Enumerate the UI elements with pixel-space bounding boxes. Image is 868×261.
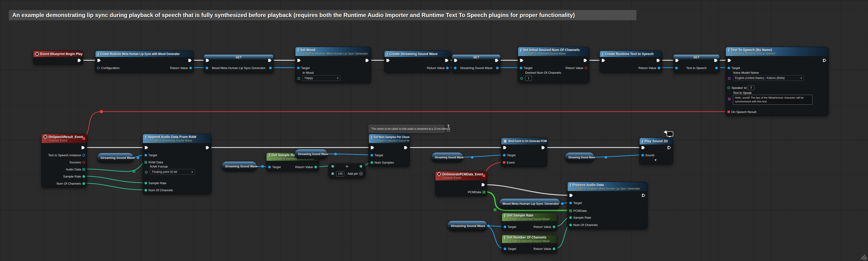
node-divide[interactable]: ÷ 100 Add pin + bbox=[328, 163, 365, 178]
sample-rate-pin[interactable] bbox=[569, 216, 572, 219]
pill-streaming-sound-wave[interactable]: Streaming Sound Wave bbox=[97, 153, 134, 163]
variable-in-pin[interactable] bbox=[454, 67, 457, 69]
exec-out-pin[interactable] bbox=[206, 146, 209, 149]
pill-streaming-sound-wave[interactable]: Streaming Sound Wave bbox=[221, 161, 257, 171]
desired-num-pin[interactable] bbox=[520, 77, 523, 80]
text-to-speak-pin[interactable] bbox=[728, 98, 731, 100]
pcmdata-pin[interactable] bbox=[569, 210, 572, 212]
green-reroute-node[interactable] bbox=[494, 209, 496, 211]
return-value-pin[interactable] bbox=[658, 67, 660, 69]
exec-out-pin[interactable] bbox=[445, 59, 448, 62]
variable-out-pin[interactable] bbox=[269, 67, 272, 69]
variable-out-pin[interactable] bbox=[471, 156, 473, 159]
divide-input-b-pin[interactable] bbox=[332, 172, 334, 175]
exec-out-pin[interactable] bbox=[541, 146, 545, 149]
red-reroute-node[interactable] bbox=[100, 110, 103, 113]
variable-out-pin[interactable] bbox=[715, 67, 718, 69]
exec-out-pin[interactable] bbox=[668, 146, 671, 149]
success-pin[interactable] bbox=[83, 161, 85, 163]
desired-num-input[interactable]: 1 bbox=[525, 76, 532, 81]
return-value-pin[interactable] bbox=[446, 67, 449, 69]
node-get-number-of-channels[interactable]: f Get Number Of Channels Target is Impor… bbox=[502, 235, 557, 253]
comment-icon[interactable] bbox=[447, 129, 450, 132]
voice-model-pin[interactable] bbox=[728, 77, 731, 80]
exec-in-pin[interactable] bbox=[371, 146, 374, 149]
variable-in-pin[interactable] bbox=[675, 67, 678, 69]
num-samples-pin[interactable] bbox=[371, 161, 373, 164]
node-create-lipsync-generator[interactable]: f Create Realistic Meta Human Lip Sync w… bbox=[95, 50, 194, 72]
speaker-id-pin[interactable] bbox=[727, 86, 730, 89]
node-on-speech-result-event[interactable]: OnSpeechResult_Event Custom Event Text t… bbox=[41, 134, 87, 187]
node-process-audio-data[interactable]: f Process Audio Data Target is Realistic… bbox=[567, 182, 647, 229]
target-pin[interactable] bbox=[268, 166, 271, 168]
variable-out-pin[interactable] bbox=[334, 153, 337, 155]
exec-in-pin[interactable] bbox=[728, 59, 731, 62]
exec-out-pin[interactable] bbox=[584, 59, 587, 62]
node-set-initial-desired-num-of-channels[interactable]: f Set Initial Desired Num Of Channels Ta… bbox=[518, 47, 589, 83]
exec-out-pin[interactable] bbox=[657, 59, 660, 62]
variable-out-pin[interactable] bbox=[561, 202, 564, 205]
exec-in-pin[interactable] bbox=[602, 59, 605, 62]
node-create-streaming-sound-wave[interactable]: f Create Streaming Sound Wave Return Val… bbox=[384, 50, 451, 72]
target-pin[interactable] bbox=[504, 226, 506, 228]
divide-input-a-pin[interactable] bbox=[332, 165, 334, 167]
sample-rate-pin[interactable] bbox=[83, 175, 85, 178]
exec-out-pin[interactable] bbox=[78, 59, 81, 62]
pill-streaming-sound-wave[interactable]: Streaming Sound Wave bbox=[431, 152, 463, 162]
blueprint-canvas[interactable]: { "banner": { "text": "An example demons… bbox=[0, 0, 868, 261]
exec-out-pin[interactable] bbox=[82, 146, 85, 149]
in-mood-dropdown[interactable]: Happy ▾ bbox=[303, 75, 340, 81]
delegate-icon[interactable] bbox=[83, 137, 85, 140]
pcmdata-pin[interactable] bbox=[483, 191, 485, 193]
target-pin[interactable] bbox=[371, 154, 373, 156]
exec-in-pin[interactable] bbox=[297, 59, 301, 62]
target-pin[interactable] bbox=[569, 202, 572, 204]
text-to-speak-input[interactable]: Hello, world! The lips of the MetaHuman … bbox=[733, 95, 812, 105]
target-pin[interactable] bbox=[297, 67, 300, 69]
node-set-mood[interactable]: f Set Mood Target is Realistic Meta Huma… bbox=[295, 47, 371, 83]
variable-out-pin[interactable] bbox=[261, 165, 264, 167]
exec-out-pin[interactable] bbox=[404, 146, 407, 149]
sound-pin[interactable] bbox=[641, 154, 644, 156]
divide-b-input[interactable]: 100 bbox=[336, 171, 344, 176]
variable-out-pin[interactable] bbox=[487, 225, 490, 227]
pill-streaming-sound-wave[interactable]: Streaming Sound Wave bbox=[447, 221, 488, 231]
on-speech-result-pin[interactable] bbox=[727, 111, 730, 113]
node-set-num-samples-per-chunk[interactable]: f Set Num Samples Per Chunk Target is Im… bbox=[369, 134, 410, 166]
pill-streaming-sound-wave[interactable]: Streaming Sound Wave bbox=[565, 152, 595, 162]
node-text-to-speech-by-name[interactable]: f Text To Speech (By Name) Target is Run… bbox=[725, 47, 829, 115]
return-value-pin[interactable] bbox=[189, 67, 192, 69]
return-value-pin[interactable] bbox=[553, 248, 555, 250]
tts-instance-pin[interactable] bbox=[83, 154, 85, 156]
target-pin[interactable] bbox=[503, 154, 505, 156]
return-value-pin[interactable] bbox=[553, 226, 555, 228]
target-pin[interactable] bbox=[145, 154, 147, 156]
exec-in-pin[interactable] bbox=[503, 146, 506, 149]
pill-mood-lipsync-generator[interactable]: Mood Meta Human Lip Sync Generator bbox=[499, 198, 560, 209]
teal-reroute-node[interactable] bbox=[133, 170, 135, 173]
node-comment-bubble[interactable]: This needs to be called so that audio is… bbox=[369, 125, 444, 133]
node-get-sample-rate-bottom[interactable]: f Get Sample Rate Target is Imported Sou… bbox=[502, 213, 557, 231]
node-set-streaming-sound-wave-variable[interactable]: SET Streaming Sound Wave bbox=[452, 54, 501, 73]
node-play-sound-2d[interactable]: f Play Sound 2D Sound ▾ bbox=[640, 138, 673, 164]
variable-out-pin[interactable] bbox=[137, 156, 139, 159]
raw-format-pin[interactable] bbox=[145, 171, 148, 174]
sample-rate-pin[interactable] bbox=[145, 182, 147, 184]
add-pin-button[interactable]: Add pin + bbox=[347, 172, 363, 176]
exec-out-pin[interactable] bbox=[188, 59, 192, 62]
exec-in-pin[interactable] bbox=[520, 59, 523, 62]
configuration-pin[interactable] bbox=[97, 67, 100, 69]
pill-streaming-sound-wave[interactable]: Streaming Sound Wave bbox=[294, 149, 328, 159]
node-event-begin-play[interactable]: Event Blueprint Begin Play bbox=[33, 50, 83, 64]
exec-in-pin[interactable] bbox=[386, 59, 390, 62]
target-pin[interactable] bbox=[727, 67, 730, 69]
node-bind-event-to-on-generate-pcmdata[interactable]: Bind Event to On Generate PCMData Target… bbox=[501, 138, 547, 166]
variable-in-pin[interactable] bbox=[206, 67, 208, 69]
exec-in-pin[interactable] bbox=[569, 194, 573, 197]
speaker-id-input[interactable]: 0 bbox=[748, 85, 754, 90]
raw-format-dropdown[interactable]: Floating point 32-bit ▾ bbox=[150, 169, 195, 175]
node-append-audio-data-from-raw[interactable]: f Append Audio Data From RAW Target is S… bbox=[143, 134, 211, 194]
expand-node-chevron[interactable]: ▾ bbox=[655, 158, 656, 162]
delegate-icon[interactable] bbox=[483, 175, 485, 177]
node-set-text-to-speech-variable[interactable]: SET Text to Speech bbox=[673, 54, 720, 73]
